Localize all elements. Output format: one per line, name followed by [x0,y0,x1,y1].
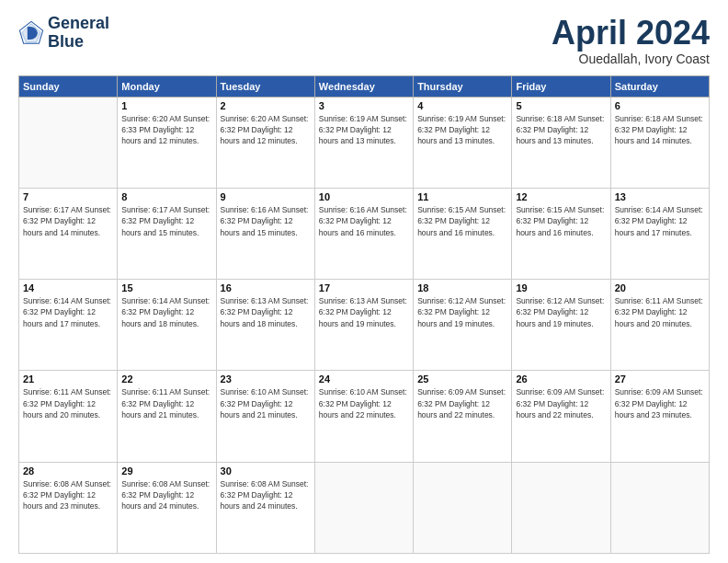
calendar-cell: 19Sunrise: 6:12 AM Sunset: 6:32 PM Dayli… [512,280,610,371]
day-number: 14 [23,282,113,293]
day-number: 8 [121,191,211,202]
calendar-header-row: SundayMondayTuesdayWednesdayThursdayFrid… [19,75,710,97]
day-number: 4 [417,100,507,111]
calendar-cell: 14Sunrise: 6:14 AM Sunset: 6:32 PM Dayli… [19,280,118,371]
calendar-cell: 20Sunrise: 6:11 AM Sunset: 6:32 PM Dayli… [610,280,709,371]
day-number: 26 [516,373,606,385]
calendar-cell: 11Sunrise: 6:15 AM Sunset: 6:32 PM Dayli… [414,188,512,279]
day-number: 24 [319,373,409,385]
calendar-week-3: 14Sunrise: 6:14 AM Sunset: 6:32 PM Dayli… [19,280,710,371]
logo-icon [18,20,44,46]
calendar-cell: 29Sunrise: 6:08 AM Sunset: 6:32 PM Dayli… [118,462,216,553]
day-info: Sunrise: 6:18 AM Sunset: 6:32 PM Dayligh… [516,113,606,147]
weekday-header-sunday: Sunday [19,75,118,97]
calendar-cell: 6Sunrise: 6:18 AM Sunset: 6:32 PM Daylig… [610,97,709,188]
calendar-week-4: 21Sunrise: 6:11 AM Sunset: 6:32 PM Dayli… [19,371,710,462]
calendar-cell: 24Sunrise: 6:10 AM Sunset: 6:32 PM Dayli… [314,371,413,462]
weekday-header-monday: Monday [118,75,216,97]
day-info: Sunrise: 6:11 AM Sunset: 6:32 PM Dayligh… [615,295,705,329]
calendar-cell: 7Sunrise: 6:17 AM Sunset: 6:32 PM Daylig… [19,188,118,279]
calendar-cell: 23Sunrise: 6:10 AM Sunset: 6:32 PM Dayli… [216,371,314,462]
day-info: Sunrise: 6:08 AM Sunset: 6:32 PM Dayligh… [121,478,211,512]
day-info: Sunrise: 6:14 AM Sunset: 6:32 PM Dayligh… [23,295,113,329]
logo-line2: Blue [48,33,109,52]
calendar-cell: 28Sunrise: 6:08 AM Sunset: 6:32 PM Dayli… [19,462,118,553]
day-info: Sunrise: 6:14 AM Sunset: 6:32 PM Dayligh… [615,204,705,238]
day-number: 11 [417,191,507,202]
logo: General Blue [18,15,109,52]
page: General Blue April 2024 Ouedallah, Ivory… [0,0,728,563]
day-number: 29 [121,465,211,477]
day-number: 19 [516,282,606,293]
day-info: Sunrise: 6:20 AM Sunset: 6:32 PM Dayligh… [221,113,311,147]
day-number: 15 [121,282,211,293]
calendar-week-5: 28Sunrise: 6:08 AM Sunset: 6:32 PM Dayli… [19,462,710,553]
calendar-cell: 22Sunrise: 6:11 AM Sunset: 6:32 PM Dayli… [118,371,216,462]
day-info: Sunrise: 6:19 AM Sunset: 6:32 PM Dayligh… [417,113,507,147]
day-number: 27 [615,373,705,385]
calendar-cell: 4Sunrise: 6:19 AM Sunset: 6:32 PM Daylig… [414,97,512,188]
day-info: Sunrise: 6:15 AM Sunset: 6:32 PM Dayligh… [417,204,507,238]
month-title: April 2024 [552,15,710,52]
day-info: Sunrise: 6:19 AM Sunset: 6:32 PM Dayligh… [319,113,409,147]
weekday-header-thursday: Thursday [414,75,512,97]
day-info: Sunrise: 6:13 AM Sunset: 6:32 PM Dayligh… [319,295,409,329]
day-info: Sunrise: 6:09 AM Sunset: 6:32 PM Dayligh… [516,386,606,420]
day-number: 9 [221,191,311,202]
day-info: Sunrise: 6:16 AM Sunset: 6:32 PM Dayligh… [319,204,409,238]
day-number: 2 [221,100,311,111]
calendar-cell: 25Sunrise: 6:09 AM Sunset: 6:32 PM Dayli… [414,371,512,462]
day-number: 12 [516,191,606,202]
calendar-table: SundayMondayTuesdayWednesdayThursdayFrid… [18,75,710,554]
calendar-cell: 17Sunrise: 6:13 AM Sunset: 6:32 PM Dayli… [314,280,413,371]
day-info: Sunrise: 6:10 AM Sunset: 6:32 PM Dayligh… [221,386,311,420]
calendar-cell: 26Sunrise: 6:09 AM Sunset: 6:32 PM Dayli… [512,371,610,462]
day-info: Sunrise: 6:09 AM Sunset: 6:32 PM Dayligh… [615,386,705,420]
calendar-cell [314,462,413,553]
calendar-week-2: 7Sunrise: 6:17 AM Sunset: 6:32 PM Daylig… [19,188,710,279]
calendar-cell: 2Sunrise: 6:20 AM Sunset: 6:32 PM Daylig… [216,97,314,188]
day-number: 20 [615,282,705,293]
calendar-cell [512,462,610,553]
day-info: Sunrise: 6:10 AM Sunset: 6:32 PM Dayligh… [319,386,409,420]
day-number: 23 [221,373,311,385]
day-number: 30 [221,465,311,477]
day-info: Sunrise: 6:12 AM Sunset: 6:32 PM Dayligh… [516,295,606,329]
day-info: Sunrise: 6:15 AM Sunset: 6:32 PM Dayligh… [516,204,606,238]
calendar-cell: 13Sunrise: 6:14 AM Sunset: 6:32 PM Dayli… [610,188,709,279]
day-number: 1 [121,100,211,111]
calendar-cell: 10Sunrise: 6:16 AM Sunset: 6:32 PM Dayli… [314,188,413,279]
calendar-cell: 8Sunrise: 6:17 AM Sunset: 6:32 PM Daylig… [118,188,216,279]
day-number: 28 [23,465,113,477]
calendar-cell: 18Sunrise: 6:12 AM Sunset: 6:32 PM Dayli… [414,280,512,371]
day-number: 18 [417,282,507,293]
day-number: 16 [221,282,311,293]
calendar-cell: 16Sunrise: 6:13 AM Sunset: 6:32 PM Dayli… [216,280,314,371]
calendar-cell: 15Sunrise: 6:14 AM Sunset: 6:32 PM Dayli… [118,280,216,371]
day-number: 10 [319,191,409,202]
day-info: Sunrise: 6:11 AM Sunset: 6:32 PM Dayligh… [121,386,211,420]
calendar-cell: 27Sunrise: 6:09 AM Sunset: 6:32 PM Dayli… [610,371,709,462]
day-info: Sunrise: 6:17 AM Sunset: 6:32 PM Dayligh… [121,204,211,238]
day-info: Sunrise: 6:09 AM Sunset: 6:32 PM Dayligh… [417,386,507,420]
day-info: Sunrise: 6:12 AM Sunset: 6:32 PM Dayligh… [417,295,507,329]
day-info: Sunrise: 6:20 AM Sunset: 6:33 PM Dayligh… [121,113,211,147]
day-number: 17 [319,282,409,293]
location: Ouedallah, Ivory Coast [552,52,710,66]
day-number: 5 [516,100,606,111]
calendar-cell: 30Sunrise: 6:08 AM Sunset: 6:32 PM Dayli… [216,462,314,553]
calendar-cell [414,462,512,553]
calendar-cell [19,97,118,188]
weekday-header-saturday: Saturday [610,75,709,97]
day-number: 7 [23,191,113,202]
day-number: 22 [121,373,211,385]
logo-line1: General [48,15,109,33]
calendar-cell: 1Sunrise: 6:20 AM Sunset: 6:33 PM Daylig… [118,97,216,188]
day-number: 25 [417,373,507,385]
day-number: 6 [615,100,705,111]
calendar-cell: 3Sunrise: 6:19 AM Sunset: 6:32 PM Daylig… [314,97,413,188]
day-info: Sunrise: 6:08 AM Sunset: 6:32 PM Dayligh… [23,478,113,512]
calendar-week-1: 1Sunrise: 6:20 AM Sunset: 6:33 PM Daylig… [19,97,710,188]
day-info: Sunrise: 6:11 AM Sunset: 6:32 PM Dayligh… [23,386,113,420]
calendar-cell: 9Sunrise: 6:16 AM Sunset: 6:32 PM Daylig… [216,188,314,279]
